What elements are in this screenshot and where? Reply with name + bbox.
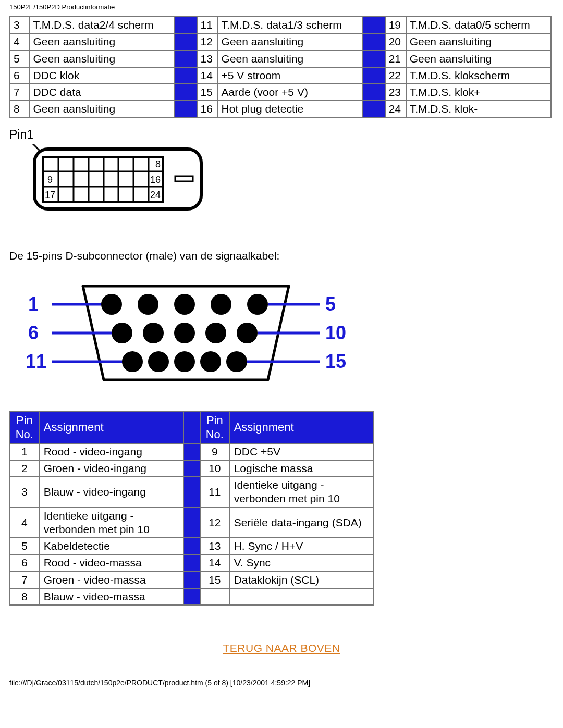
pin-desc: Blauw - video-massa (39, 588, 183, 605)
pin-number: 19 (385, 17, 406, 33)
dsub-label-1: 1 (28, 293, 39, 315)
dvi-label-17: 17 (45, 190, 55, 200)
pin-number: 8 (10, 101, 29, 117)
pin-number: 4 (10, 508, 39, 538)
pin-number: 14 (200, 554, 229, 571)
table-row: 8Geen aansluiting16Hot plug detectie24T.… (10, 101, 551, 117)
table-separator (363, 17, 385, 33)
pin-desc: T.M.D.S. data1/3 scherm (218, 17, 363, 33)
pin-number: 9 (200, 443, 229, 460)
dvi-label-16: 16 (150, 175, 161, 185)
pin-number: 3 (10, 17, 29, 33)
svg-point-22 (174, 294, 195, 315)
svg-point-31 (148, 351, 169, 372)
pin-number: 6 (10, 554, 39, 571)
svg-point-34 (226, 351, 247, 372)
pin-number: 4 (10, 33, 29, 50)
dvi-label-9: 9 (47, 175, 53, 185)
svg-point-32 (174, 351, 195, 372)
svg-point-27 (174, 323, 195, 343)
back-to-top-link[interactable]: TERUG NAAR BOVEN (9, 642, 554, 655)
pin-desc: Logische massa (229, 460, 374, 477)
pin-desc: T.M.D.S. klok- (406, 101, 551, 117)
pin-number: 10 (200, 460, 229, 477)
dvi-label-24: 24 (150, 190, 161, 200)
table-separator (363, 33, 385, 50)
pin-desc: Geen aansluiting (29, 101, 174, 117)
svg-point-20 (101, 294, 122, 315)
pin-desc: +5 V stroom (218, 67, 363, 84)
pin-number: 24 (385, 101, 406, 117)
table-separator (175, 33, 197, 50)
table-separator (175, 17, 197, 33)
table-separator (363, 101, 385, 117)
pin-number: 11 (200, 477, 229, 508)
pin-number: 7 (10, 572, 39, 588)
pin-number: 1 (10, 443, 39, 460)
page-header: 150P2E/150P2D Productinformatie (9, 0, 554, 16)
table-separator (363, 84, 385, 101)
pin-number: 21 (385, 51, 406, 67)
table-separator (363, 51, 385, 67)
pin-desc: Groen - video-ingang (39, 460, 183, 477)
svg-point-26 (143, 323, 164, 343)
table-row: 8Blauw - video-massa (10, 588, 374, 605)
pin-desc: DDC data (29, 84, 174, 101)
table-separator (175, 84, 197, 101)
col-header-pin: Pin No. (10, 412, 39, 443)
dsub-label-10: 10 (325, 322, 346, 343)
pin-desc (229, 588, 374, 605)
pin-number: 13 (200, 538, 229, 554)
table-separator (183, 477, 200, 508)
svg-point-23 (211, 294, 231, 315)
svg-point-29 (237, 323, 258, 343)
pin-desc: Rood - video-ingang (39, 443, 183, 460)
pin-desc: DDC klok (29, 67, 174, 84)
table-row: 3T.M.D.S. data2/4 scherm11T.M.D.S. data1… (10, 17, 551, 33)
pin-desc: Identieke uitgang - verbonden met pin 10 (229, 477, 374, 508)
pin-number: 5 (10, 538, 39, 554)
pin-desc: Geen aansluiting (218, 33, 363, 50)
table-row: 5Kabeldetectie13H. Sync / H+V (10, 538, 374, 554)
col-header-assign: Assignment (229, 412, 374, 443)
pin-number: 7 (10, 84, 29, 101)
pin-desc: V. Sync (229, 554, 374, 571)
table-row: 1Rood - video-ingang9DDC +5V (10, 443, 374, 460)
dsub-label-6: 6 (28, 322, 39, 343)
pin-number: 15 (200, 572, 229, 588)
table-separator (175, 51, 197, 67)
table-separator (175, 67, 197, 84)
pin-number: 11 (197, 17, 218, 33)
tmds-pin-table: 3T.M.D.S. data2/4 scherm11T.M.D.S. data1… (9, 16, 552, 118)
dsub-label-15: 15 (325, 351, 346, 372)
table-row: 6DDC klok14+5 V stroom22T.M.D.S. kloksch… (10, 67, 551, 84)
svg-point-25 (112, 323, 132, 343)
pin-desc: T.M.D.S. klokscherm (406, 67, 551, 84)
svg-rect-12 (175, 176, 193, 181)
pin-desc: Geen aansluiting (218, 51, 363, 67)
pin-number: 5 (10, 51, 29, 67)
pin-desc: T.M.D.S. data2/4 scherm (29, 17, 174, 33)
table-row: 7DDC data15Aarde (voor +5 V)23T.M.D.S. k… (10, 84, 551, 101)
table-separator (363, 67, 385, 84)
col-header-pin: Pin No. (200, 412, 229, 443)
table-separator (183, 460, 200, 477)
table-separator (175, 101, 197, 117)
pin-number: 22 (385, 67, 406, 84)
table-row: 3Blauw - video-ingang11Identieke uitgang… (10, 477, 374, 508)
pin-number: 16 (197, 101, 218, 117)
table-separator (183, 443, 200, 460)
pin-number: 8 (10, 588, 39, 605)
table-row: 6Rood - video-massa14V. Sync (10, 554, 374, 571)
pin-desc: Rood - video-massa (39, 554, 183, 571)
pin-desc: Dataklokijn (SCL) (229, 572, 374, 588)
pin-desc: Kabeldetectie (39, 538, 183, 554)
pin-desc: Aarde (voor +5 V) (218, 84, 363, 101)
table-separator (183, 508, 200, 538)
pin-desc: T.M.D.S. data0/5 scherm (406, 17, 551, 33)
pin-number: 12 (200, 508, 229, 538)
table-separator (183, 412, 200, 443)
dsub-caption: De 15-pins D-subconnector (male) van de … (9, 250, 554, 262)
table-row: 4Identieke uitgang - verbonden met pin 1… (10, 508, 374, 538)
pin-desc: T.M.D.S. klok+ (406, 84, 551, 101)
